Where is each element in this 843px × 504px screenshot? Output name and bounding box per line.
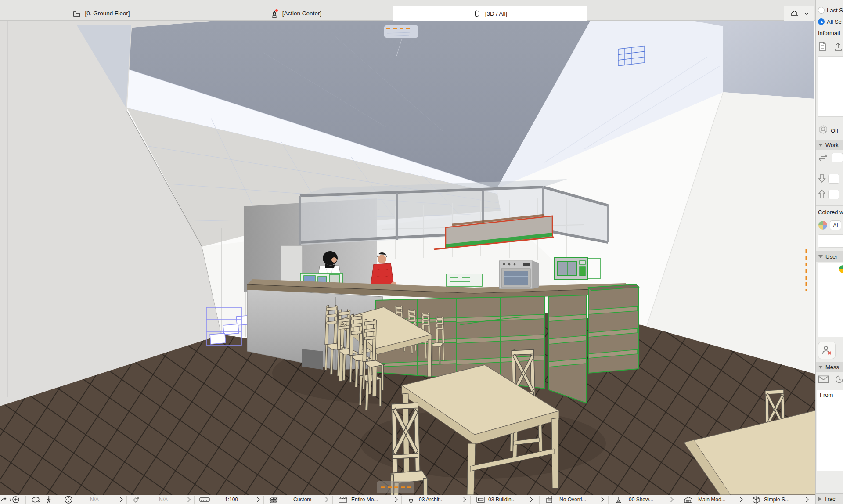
model-view-chevron[interactable] xyxy=(529,495,532,504)
collapse-triangle-icon xyxy=(818,144,823,147)
pen-set-value[interactable]: 03 Archit... xyxy=(419,495,444,504)
colorwheel-icon[interactable] xyxy=(818,220,828,230)
graphic-override-icon[interactable] xyxy=(545,495,555,504)
all-button[interactable]: Al xyxy=(830,220,841,230)
tab-label: [Action Center] xyxy=(282,10,321,17)
camera-value: N/A xyxy=(159,495,168,504)
expand-triangle-icon xyxy=(818,497,821,501)
renovation-chevron[interactable] xyxy=(393,495,397,504)
messages-list[interactable] xyxy=(817,400,843,471)
sun-position-value: N/A xyxy=(90,495,99,504)
messages-section-label: Mess xyxy=(825,364,839,371)
radio-last-label: Last S xyxy=(827,7,843,14)
scale-chevron[interactable] xyxy=(256,495,259,504)
tab-label: [0. Ground Floor] xyxy=(85,10,130,17)
down-arrow-icon[interactable] xyxy=(818,173,826,184)
detail-level-icon[interactable] xyxy=(752,495,760,504)
floor-plan-icon xyxy=(72,9,82,18)
tracker-section-label: Trac xyxy=(824,496,836,502)
tab-3d-all[interactable]: [3D / All] xyxy=(393,6,587,21)
layer-combination-value[interactable]: 00 Show... xyxy=(629,495,653,504)
scale-icon xyxy=(199,495,210,504)
camera-chevron[interactable] xyxy=(186,495,190,504)
renovation-filter-icon[interactable] xyxy=(338,495,348,504)
tab-action-center[interactable]: [Action Center] xyxy=(198,6,393,21)
zoom-in-icon[interactable] xyxy=(11,495,20,504)
fly-mode-icon[interactable] xyxy=(132,495,140,504)
radio-last-session[interactable]: Last S xyxy=(816,7,843,14)
radio-unselected-icon[interactable] xyxy=(818,7,825,14)
structure-display-chevron[interactable] xyxy=(739,495,742,504)
radio-all-sessions[interactable]: All Se xyxy=(816,18,843,25)
model-views-dropdown[interactable] xyxy=(784,6,814,21)
layer-combination-chevron[interactable] xyxy=(669,495,673,504)
radio-selected-icon[interactable] xyxy=(818,18,825,25)
messages-toolbar xyxy=(816,375,843,384)
layers-value[interactable]: Custom xyxy=(293,495,311,504)
receive-field[interactable] xyxy=(828,174,839,184)
upload-icon[interactable] xyxy=(834,41,843,52)
walk-icon[interactable] xyxy=(46,495,52,504)
send-row xyxy=(816,189,843,200)
orbit-icon[interactable] xyxy=(31,495,40,504)
envelope-icon[interactable] xyxy=(818,375,829,384)
colored-workspaces-row: Al xyxy=(816,220,843,230)
send-receive-field[interactable] xyxy=(832,153,843,162)
send-field[interactable] xyxy=(828,190,839,199)
workspace-section-label: Work xyxy=(825,142,839,148)
chevron-down-icon xyxy=(804,12,809,15)
information-list[interactable] xyxy=(818,56,843,117)
users-section-header[interactable]: User xyxy=(816,251,843,262)
pan-more-chevron[interactable] xyxy=(9,495,11,504)
user-x-icon xyxy=(821,345,832,356)
receive-row xyxy=(816,173,843,184)
user-colorwheel-icon xyxy=(839,265,843,274)
tracker-section-header[interactable]: Trac xyxy=(816,493,843,504)
override-chevron[interactable] xyxy=(600,495,603,504)
quick-options-bar: N/A N/A 1:100 Custom Entire Mo... 03 Arc… xyxy=(0,495,815,504)
bim-application-window: [0. Ground Floor] [Action Center] xyxy=(0,0,843,504)
main-column: [0. Ground Floor] [Action Center] xyxy=(0,0,815,504)
offline-status: Off xyxy=(816,125,843,136)
scale-value[interactable]: 1:100 xyxy=(225,495,238,504)
explore-icon[interactable] xyxy=(64,495,73,504)
sun-chevron[interactable] xyxy=(119,495,122,504)
override-value[interactable]: No Overri... xyxy=(559,495,586,504)
tab-ground-floor[interactable]: [0. Ground Floor] xyxy=(4,6,198,21)
messages-section-header[interactable]: Mess xyxy=(816,362,843,372)
renovation-value[interactable]: Entire Mo... xyxy=(351,495,378,504)
workspace-section-header[interactable]: Work xyxy=(816,140,843,150)
users-list[interactable] xyxy=(818,263,843,337)
model-view-value[interactable]: 03 Buildin... xyxy=(488,495,516,504)
pen-set-icon[interactable] xyxy=(407,495,414,504)
layers-chevron[interactable] xyxy=(324,495,328,504)
send-receive-row xyxy=(816,153,843,162)
detail-level-chevron[interactable] xyxy=(804,495,808,504)
colored-workspace-input[interactable] xyxy=(818,234,843,248)
ceiling-grid-object xyxy=(618,46,645,66)
information-label: Informati xyxy=(816,30,843,36)
detail-level-value[interactable]: Simple S... xyxy=(764,495,789,504)
from-column-label: From xyxy=(820,392,833,398)
colored-workspaces-label: Colored w xyxy=(816,209,843,216)
structure-display-value[interactable]: Main Mod... xyxy=(698,495,726,504)
offline-user-icon xyxy=(818,125,829,136)
remove-user-button[interactable] xyxy=(818,342,836,359)
structure-display-icon[interactable] xyxy=(683,495,694,504)
pen-set-chevron[interactable] xyxy=(462,495,465,504)
tab-label: [3D / All] xyxy=(485,11,507,17)
document-icon[interactable] xyxy=(818,41,827,52)
collapse-triangle-icon xyxy=(818,366,823,369)
model-view-options-icon[interactable] xyxy=(476,495,486,504)
pending-messages-icon[interactable] xyxy=(835,375,843,384)
quick-layers-icon[interactable] xyxy=(269,495,279,504)
up-arrow-icon[interactable] xyxy=(818,189,826,200)
messages-column-header[interactable]: From xyxy=(817,390,843,400)
layer-combination-icon[interactable] xyxy=(615,495,623,504)
section-marker-bottom[interactable] xyxy=(377,481,414,493)
pan-icon[interactable] xyxy=(1,495,8,504)
3d-view-icon xyxy=(472,9,482,18)
users-section-label: User xyxy=(825,253,837,260)
send-receive-icon[interactable] xyxy=(818,153,829,162)
3d-viewport[interactable] xyxy=(0,21,815,495)
